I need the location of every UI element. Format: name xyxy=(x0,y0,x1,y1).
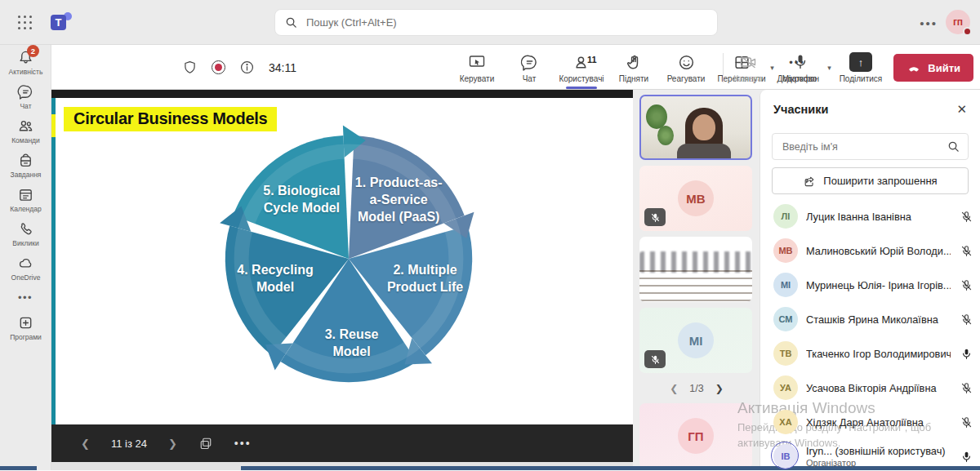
mic-muted-badge xyxy=(644,208,666,226)
participant-name: Хідзяк Даря Анатоліївна xyxy=(806,416,951,429)
mic-options-chevron[interactable]: ▾ xyxy=(827,64,831,72)
participant-row[interactable]: ТВ Ткаченко Ігор Володимирович xyxy=(773,336,973,371)
search-icon xyxy=(947,140,960,153)
video-tile-mb[interactable]: МВ xyxy=(639,166,752,231)
sidebar-item-calendar[interactable]: Календар xyxy=(0,182,51,216)
mic-on-icon xyxy=(960,348,973,360)
mic-muted-icon xyxy=(960,279,973,291)
participant-name: Луцик Іванна Іванівна xyxy=(806,211,951,223)
speaker-body xyxy=(677,144,731,160)
mic-on-icon xyxy=(960,451,973,463)
sidebar-item-activity[interactable]: 2 Активність xyxy=(0,45,51,79)
participant-avatar: ХА xyxy=(773,410,798,434)
participant-row[interactable]: МІ Муринець Юлія- Ірина Ігорів... xyxy=(773,268,973,302)
react-button[interactable]: Реагувати xyxy=(662,48,710,87)
slide-nav-bar: ❮ 11 із 24 ❯ ••• xyxy=(51,424,633,462)
raise-hand-icon xyxy=(625,53,644,72)
global-search-bar[interactable] xyxy=(274,9,718,36)
wheel-label-4: 4. Recycling Model xyxy=(214,262,336,296)
sidebar-item-teams[interactable]: Команди xyxy=(0,113,51,148)
next-slide-chevron[interactable]: ❯ xyxy=(168,438,177,450)
manage-button[interactable]: Керувати xyxy=(453,48,501,87)
meeting-toolbar: 34:11 Керувати Чат 11 Користувачі Піднят… xyxy=(51,45,980,90)
camera-button[interactable]: Камера xyxy=(733,52,762,83)
share-invite-button[interactable]: Поширити запрошення xyxy=(772,167,969,194)
participant-search-field[interactable] xyxy=(772,133,969,160)
apps-plus-icon xyxy=(17,314,34,331)
share-invite-icon xyxy=(803,175,816,188)
search-input[interactable] xyxy=(305,16,707,29)
participant-name: Сташків Ярина Миколаївна xyxy=(806,313,951,326)
info-icon[interactable] xyxy=(239,60,255,75)
teams-people-icon xyxy=(17,118,34,135)
video-tile-mi[interactable]: МІ xyxy=(639,308,752,373)
mic-muted-icon xyxy=(960,313,973,326)
video-tile-classroom[interactable] xyxy=(639,237,752,302)
slide-grid-icon[interactable] xyxy=(198,436,213,451)
mic-muted-icon xyxy=(960,211,973,223)
participant-row[interactable]: УА Усачова Вікторія Андріївна xyxy=(773,371,973,405)
manage-screen-icon xyxy=(467,52,487,72)
topbar-more-button[interactable]: ••• xyxy=(920,16,938,30)
recording-indicator-icon xyxy=(212,60,225,74)
participant-avatar: СМ xyxy=(773,307,798,331)
share-button[interactable]: ↑ Поділитися xyxy=(840,52,883,83)
wheel-svg xyxy=(202,112,496,406)
thumbs-next-chevron[interactable]: ❯ xyxy=(715,383,724,394)
mic-muted-icon xyxy=(960,245,973,257)
avatar: МІ xyxy=(678,322,714,358)
prev-slide-chevron[interactable]: ❮ xyxy=(81,438,90,450)
thumbs-page-indicator: 1/3 xyxy=(689,383,703,394)
participant-avatar: ТВ xyxy=(773,341,798,366)
slide-page-indicator: 11 із 24 xyxy=(111,438,147,450)
close-icon[interactable]: ✕ xyxy=(956,102,967,117)
video-tile-gp[interactable]: ГП xyxy=(639,403,752,469)
thumbs-prev-chevron[interactable]: ❮ xyxy=(670,383,678,394)
shield-icon[interactable] xyxy=(182,60,198,75)
circular-diagram: 1. Product-as- a-Service Model (PaaS) 2.… xyxy=(202,112,496,406)
participant-row[interactable]: ЛІ Луцик Іванна Іванівна xyxy=(773,199,973,233)
participant-row[interactable]: МВ Малиновський Юрій Володи... xyxy=(773,233,973,268)
leave-button[interactable]: Вийти xyxy=(893,54,973,82)
participant-count: 11 xyxy=(587,55,597,64)
backpack-icon xyxy=(17,152,34,169)
people-button[interactable]: 11 Користувачі xyxy=(558,48,605,87)
sidebar-more-button[interactable]: ••• xyxy=(0,285,51,310)
video-tile-speaker[interactable] xyxy=(639,95,752,160)
sidebar-item-chat[interactable]: Чат xyxy=(0,79,51,113)
participant-row[interactable]: СМ Сташків Ярина Миколаївна xyxy=(773,302,973,336)
participants-panel: Учасники ✕ Поширити запрошення ЛІ Луцик … xyxy=(760,90,980,471)
chat-icon xyxy=(17,83,34,100)
participant-avatar: МВ xyxy=(773,238,798,263)
participant-row[interactable]: ІВ Іryn... (зовнішній користувач) Органі… xyxy=(773,439,973,471)
sidebar-item-calls[interactable]: Виклики xyxy=(0,216,51,251)
app-launcher-icon[interactable] xyxy=(18,16,33,30)
sidebar-item-apps[interactable]: Програми xyxy=(0,310,51,344)
plant-decor xyxy=(657,126,674,145)
slide-edge-strip xyxy=(51,98,56,424)
participant-name: Іryn... (зовнішній користувач) xyxy=(806,445,951,457)
profile-initials: гп xyxy=(953,16,963,28)
mic-muted-badge xyxy=(644,350,666,368)
teams-logo-tile: T xyxy=(51,15,66,30)
meeting-timer: 34:11 xyxy=(269,61,296,74)
raise-hand-button[interactable]: Підняти xyxy=(610,48,657,87)
profile-avatar[interactable]: гп xyxy=(946,10,970,34)
chat-button[interactable]: Чат xyxy=(506,48,553,87)
top-app-bar: T ••• гп xyxy=(0,0,980,45)
participants-list: ЛІ Луцик Іванна Іванівна МВ xyxy=(760,198,980,471)
slide-more-button[interactable]: ••• xyxy=(234,437,252,450)
classroom-benches xyxy=(639,264,752,302)
toolbar-divider xyxy=(723,53,724,82)
mic-button[interactable]: Мікрофон xyxy=(782,52,819,83)
participant-search-input[interactable] xyxy=(781,140,941,153)
sidebar-item-onedrive[interactable]: OneDrive xyxy=(0,251,51,285)
sidebar-item-assignments[interactable]: Завдання xyxy=(0,148,51,182)
camera-options-chevron[interactable]: ▾ xyxy=(770,64,774,72)
participant-row[interactable]: ХА Хідзяк Даря Анатоліївна xyxy=(773,405,973,439)
wheel-label-2: 2. Multiple Product Life xyxy=(364,262,487,296)
shared-presentation: Circular Business Models 1. Product-as- … xyxy=(51,90,633,462)
mic-muted-icon xyxy=(960,382,973,394)
teams-logo: T xyxy=(51,12,72,33)
participant-avatar: УА xyxy=(773,375,798,400)
